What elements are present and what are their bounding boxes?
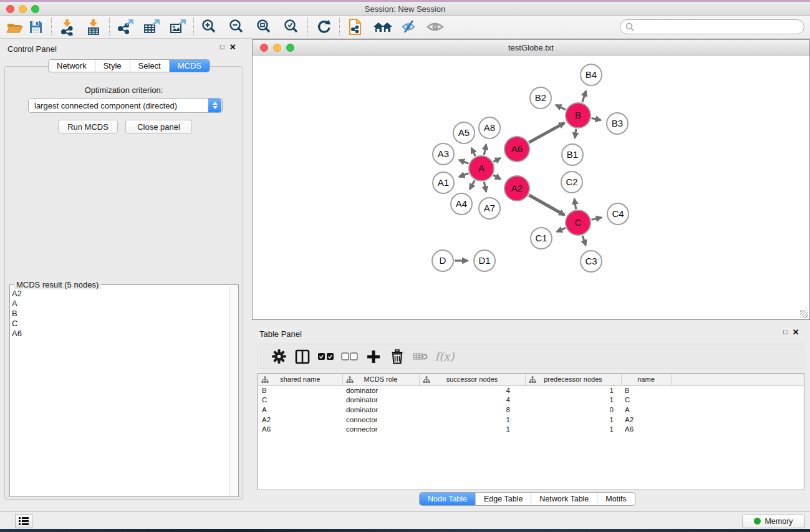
graph-edge-C-C2[interactable]	[574, 199, 576, 210]
tab-mcds[interactable]: MCDS	[169, 60, 210, 72]
save-session-button[interactable]	[25, 17, 46, 36]
table-cell[interactable]: C	[258, 395, 342, 405]
table-cell[interactable]: 4	[419, 385, 525, 395]
table-cell[interactable]: 4	[419, 395, 525, 405]
network-window-titlebar[interactable]: testGlobe.txt	[253, 40, 809, 56]
table-cell[interactable]: 0	[525, 405, 621, 415]
show-panel-button[interactable]	[425, 17, 446, 36]
graph-edge-A-A2[interactable]	[493, 175, 501, 180]
table-cell[interactable]: 1	[525, 395, 621, 405]
close-table-panel-icon[interactable]: ✕	[793, 328, 799, 336]
task-history-button[interactable]	[15, 514, 32, 528]
tab-style[interactable]: Style	[95, 60, 130, 72]
new-network-from-file-button[interactable]	[345, 17, 366, 36]
float-panel-icon[interactable]: □	[220, 43, 224, 51]
table-cell[interactable]: dominator	[342, 395, 419, 405]
delete-table-button[interactable]	[409, 347, 433, 367]
add-column-button[interactable]	[362, 347, 385, 367]
zoom-out-button[interactable]	[226, 17, 248, 36]
column-header-mcds-role[interactable]: MCDS role	[342, 374, 419, 385]
show-columns-button[interactable]	[291, 347, 314, 367]
table-cell[interactable]: dominator	[342, 405, 419, 415]
run-mcds-button[interactable]: Run MCDS	[58, 120, 118, 134]
graph-edge-C-C3[interactable]	[582, 236, 586, 246]
graph-edge-B-B1[interactable]	[575, 129, 576, 138]
zoom-selected-button[interactable]	[281, 17, 302, 36]
tab-edge-table[interactable]: Edge Table	[475, 493, 531, 505]
graph-edge-B-B2[interactable]	[556, 105, 566, 109]
graph-edge-A-A6[interactable]	[493, 158, 500, 162]
close-panel-icon[interactable]: ✕	[229, 43, 236, 51]
tab-node-table[interactable]: Node Table	[420, 493, 475, 505]
graph-edge-B-B4[interactable]	[582, 91, 586, 102]
export-table-button[interactable]	[141, 17, 162, 36]
delete-column-button[interactable]	[385, 347, 409, 367]
graph-edge-A-A8[interactable]	[484, 144, 486, 155]
table-row[interactable]: Bdominator41B	[258, 385, 804, 395]
graph-edge-A-A7[interactable]	[484, 182, 486, 192]
table-settings-button[interactable]	[267, 347, 291, 367]
column-header-name[interactable]: name	[621, 374, 671, 385]
mcds-result-item[interactable]: A2	[12, 289, 228, 299]
graph-edge-A-A1[interactable]	[459, 173, 468, 177]
table-row[interactable]: A6connector11A6	[258, 424, 804, 434]
graph-edge-A-A3[interactable]	[459, 160, 468, 164]
select-all-button[interactable]	[314, 347, 338, 367]
search-field[interactable]	[620, 19, 804, 34]
home-button[interactable]	[372, 17, 393, 36]
zoom-fit-button[interactable]	[254, 17, 275, 36]
open-session-button[interactable]	[4, 17, 25, 36]
zoom-in-button[interactable]	[199, 17, 220, 36]
close-panel-button[interactable]: Close panel	[125, 120, 192, 134]
mcds-result-item[interactable]: C	[12, 319, 228, 329]
table-cell[interactable]: 1	[525, 415, 621, 425]
table-cell[interactable]: dominator	[342, 385, 419, 395]
table-cell[interactable]: B	[621, 385, 671, 395]
table-cell[interactable]: A2	[621, 415, 671, 425]
table-row[interactable]: Adominator80A	[258, 405, 804, 415]
import-network-button[interactable]	[57, 17, 78, 36]
search-input[interactable]	[637, 22, 804, 31]
float-table-panel-icon[interactable]: □	[783, 328, 788, 336]
column-header-successor-nodes[interactable]: successor nodes	[419, 374, 525, 385]
graph-edge-B-B3[interactable]	[592, 118, 601, 120]
column-header-predecessor-nodes[interactable]: predecessor nodes	[525, 374, 621, 385]
graph-edge-A-A4[interactable]	[470, 180, 475, 189]
mcds-result-item[interactable]: A	[12, 299, 228, 309]
node-table[interactable]: shared name MCDS role successor nodes pr…	[258, 373, 804, 490]
tab-select[interactable]: Select	[130, 60, 169, 72]
table-cell[interactable]: A	[258, 405, 342, 415]
table-cell[interactable]: C	[621, 395, 671, 405]
table-row[interactable]: A2connector11A2	[258, 415, 804, 425]
table-cell[interactable]: B	[258, 385, 342, 395]
graph-edge-A-A5[interactable]	[471, 148, 475, 156]
graph-edge-C-C1[interactable]	[557, 228, 566, 232]
export-network-button[interactable]	[115, 17, 136, 36]
tab-motifs[interactable]: Motifs	[597, 493, 634, 505]
mcds-result-item[interactable]: A6	[12, 329, 228, 339]
tab-network[interactable]: Network	[49, 60, 95, 72]
table-cell[interactable]: 8	[419, 405, 525, 415]
table-header-row[interactable]: shared name MCDS role successor nodes pr…	[258, 374, 804, 385]
refresh-view-button[interactable]	[313, 17, 334, 36]
table-cell[interactable]: 1	[419, 424, 525, 434]
export-image-button[interactable]	[167, 17, 188, 36]
table-cell[interactable]: A	[621, 405, 671, 415]
criterion-dropdown[interactable]: largest connected component (directed)	[28, 98, 223, 113]
table-cell[interactable]: 1	[525, 424, 621, 434]
tab-network-table[interactable]: Network Table	[531, 493, 597, 505]
hide-panel-button[interactable]	[398, 17, 420, 36]
memory-button[interactable]: Memory	[742, 514, 805, 528]
function-builder-button[interactable]: f(x)	[433, 347, 456, 367]
deselect-all-button[interactable]	[338, 347, 362, 367]
table-cell[interactable]: A2	[258, 415, 342, 425]
column-header-shared-name[interactable]: shared name	[258, 374, 342, 385]
table-cell[interactable]: A6	[621, 424, 671, 434]
graph-edge-A6-B[interactable]	[529, 123, 564, 142]
table-cell[interactable]: connector	[342, 415, 419, 425]
resize-grip-icon[interactable]	[800, 310, 808, 318]
mcds-result-item[interactable]: B	[12, 309, 228, 319]
import-table-button[interactable]	[83, 17, 104, 36]
graph-edge-A2-C[interactable]	[529, 195, 564, 215]
table-row[interactable]: Cdominator41C	[258, 395, 804, 405]
